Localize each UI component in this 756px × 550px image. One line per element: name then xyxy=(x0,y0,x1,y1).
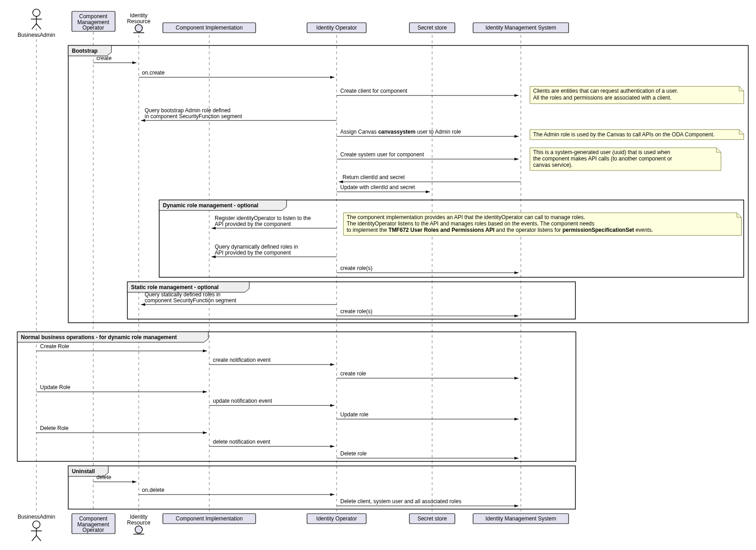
svg-text:Update with clientId and secre: Update with clientId and secret xyxy=(340,184,415,190)
svg-text:component SecurityFunction seg: component SecurityFunction segment xyxy=(145,297,237,304)
svg-text:Assign Canvas canvassystem use: Assign Canvas canvassystem user to Admin… xyxy=(340,129,461,135)
svg-line-10 xyxy=(32,24,36,29)
svg-text:Delete role: Delete role xyxy=(340,450,367,457)
participant-secret-store: Secret store xyxy=(409,23,455,33)
svg-text:create: create xyxy=(96,55,112,61)
svg-text:Create system user for compone: Create system user for component xyxy=(340,151,424,158)
svg-text:Resource: Resource xyxy=(127,18,151,25)
svg-line-11 xyxy=(36,24,41,29)
svg-text:Create Role: Create Role xyxy=(40,343,69,350)
svg-text:Static role management - optio: Static role management - optional xyxy=(131,284,219,290)
svg-text:The Admin role is used by the : The Admin role is used by the Canvas to … xyxy=(533,131,715,138)
participant-business-admin: BusinessAdmin xyxy=(18,9,55,38)
svg-text:Bootstrap: Bootstrap xyxy=(72,48,98,54)
svg-text:Component: Component xyxy=(79,515,108,522)
svg-text:Register identityOperator to l: Register identityOperator to listen to t… xyxy=(215,215,311,221)
svg-text:Identity Management System: Identity Management System xyxy=(485,25,556,31)
svg-text:Normal business operations - f: Normal business operations - for dynamic… xyxy=(21,334,177,340)
svg-text:Uninstall: Uninstall xyxy=(72,468,95,475)
participant-business-admin-bottom: BusinessAdmin xyxy=(18,514,55,541)
svg-text:Secret store: Secret store xyxy=(418,515,447,522)
svg-text:This is a system-generated use: This is a system-generated user (uuid) t… xyxy=(533,149,670,155)
svg-text:Identity Management System: Identity Management System xyxy=(485,515,556,522)
participant-identity-resource-bottom: Identity Resource xyxy=(127,514,151,534)
note-admin-role: The Admin role is used by the Canvas to … xyxy=(530,130,744,140)
svg-text:Operator: Operator xyxy=(82,527,104,533)
svg-text:API provided by the component: API provided by the component xyxy=(215,221,291,227)
svg-rect-54 xyxy=(159,200,744,277)
svg-text:Identity: Identity xyxy=(130,12,148,19)
svg-line-107 xyxy=(36,535,41,541)
participant-component-management-operator: Component Management Operator xyxy=(72,11,115,31)
svg-text:Update Role: Update Role xyxy=(40,384,71,390)
participant-identity-management-system-bottom: Identity Management System xyxy=(473,514,569,524)
svg-text:Query statically defined roles: Query statically defined roles in xyxy=(145,291,221,298)
participant-identity-operator-bottom: Identity Operator xyxy=(307,514,366,524)
svg-text:Identity: Identity xyxy=(130,514,148,520)
participant-identity-resource: Identity Resource xyxy=(127,12,151,33)
svg-text:API provided by the component: API provided by the component xyxy=(215,250,291,256)
svg-text:the component makes API calls : the component makes API calls (to anothe… xyxy=(533,155,672,162)
svg-text:to implement the TMF672 User R: to implement the TMF672 User Roles and P… xyxy=(347,227,653,233)
svg-text:on.create: on.create xyxy=(142,70,165,76)
svg-text:Query dynamically defined role: Query dynamically defined roles in xyxy=(215,244,298,250)
svg-text:create role(s): create role(s) xyxy=(340,308,373,315)
note-dynamic-role: The component implementation provides an… xyxy=(343,213,741,235)
svg-text:Component Implementation: Component Implementation xyxy=(176,25,242,31)
svg-text:The identityOperator listens t: The identityOperator listens to the API … xyxy=(347,220,595,227)
svg-text:Identity Operator: Identity Operator xyxy=(316,515,357,522)
svg-text:Dynamic role management - opti: Dynamic role management - optional xyxy=(163,202,258,209)
svg-text:Delete client, system user and: Delete client, system user and all assoc… xyxy=(340,498,461,505)
svg-text:Update role: Update role xyxy=(340,411,368,418)
svg-text:Component Implementation: Component Implementation xyxy=(176,515,242,522)
svg-text:Clients are entities that can : Clients are entities that can request au… xyxy=(533,88,678,94)
note-system-user: This is a system-generated user (uuid) t… xyxy=(530,148,721,170)
svg-text:Return clientId and secret: Return clientId and secret xyxy=(343,174,405,180)
participant-secret-store-bottom: Secret store xyxy=(409,514,455,524)
svg-text:All the roles and permissions : All the roles and permissions are associ… xyxy=(533,95,671,101)
svg-text:Resource: Resource xyxy=(127,520,151,526)
svg-text:canvas service).: canvas service). xyxy=(533,162,573,168)
participant-component-implementation-bottom: Component Implementation xyxy=(163,514,256,524)
svg-text:Delete Role: Delete Role xyxy=(40,425,69,431)
svg-text:Identity Operator: Identity Operator xyxy=(316,25,357,31)
svg-point-114 xyxy=(135,526,142,533)
svg-point-19 xyxy=(135,25,142,32)
svg-point-103 xyxy=(33,521,40,528)
svg-text:on.delete: on.delete xyxy=(142,487,165,493)
svg-text:The component implementation p: The component implementation provides an… xyxy=(347,214,585,220)
svg-point-7 xyxy=(33,9,40,16)
sequence-diagram: BusinessAdmin Component Management Opera… xyxy=(5,5,751,545)
svg-rect-74 xyxy=(17,332,576,461)
note-clients: Clients are entities that can request au… xyxy=(530,86,744,104)
participant-component-management-operator-bottom: Component Management Operator xyxy=(72,514,115,534)
svg-text:Component: Component xyxy=(79,13,108,20)
svg-text:create role(s): create role(s) xyxy=(340,265,373,271)
svg-text:update notification event: update notification event xyxy=(213,398,272,404)
participant-identity-management-system: Identity Management System xyxy=(473,23,569,33)
svg-text:Query bootstrap Admin role def: Query bootstrap Admin role defined xyxy=(145,107,231,114)
svg-text:in component SecurityFunction : in component SecurityFunction segment xyxy=(145,113,242,120)
svg-text:Create client for component: Create client for component xyxy=(340,88,408,94)
svg-text:create notification event: create notification event xyxy=(213,357,271,363)
svg-text:delete notification event: delete notification event xyxy=(213,439,271,445)
svg-line-106 xyxy=(32,535,36,541)
svg-text:create role: create role xyxy=(340,370,366,377)
svg-text:delete: delete xyxy=(96,474,111,480)
svg-text:BusinessAdmin: BusinessAdmin xyxy=(18,514,55,520)
svg-text:Operator: Operator xyxy=(82,25,104,31)
participant-identity-operator: Identity Operator xyxy=(307,23,366,33)
svg-text:Secret store: Secret store xyxy=(418,25,447,31)
svg-text:BusinessAdmin: BusinessAdmin xyxy=(18,32,55,38)
participant-component-implementation: Component Implementation xyxy=(163,23,256,33)
